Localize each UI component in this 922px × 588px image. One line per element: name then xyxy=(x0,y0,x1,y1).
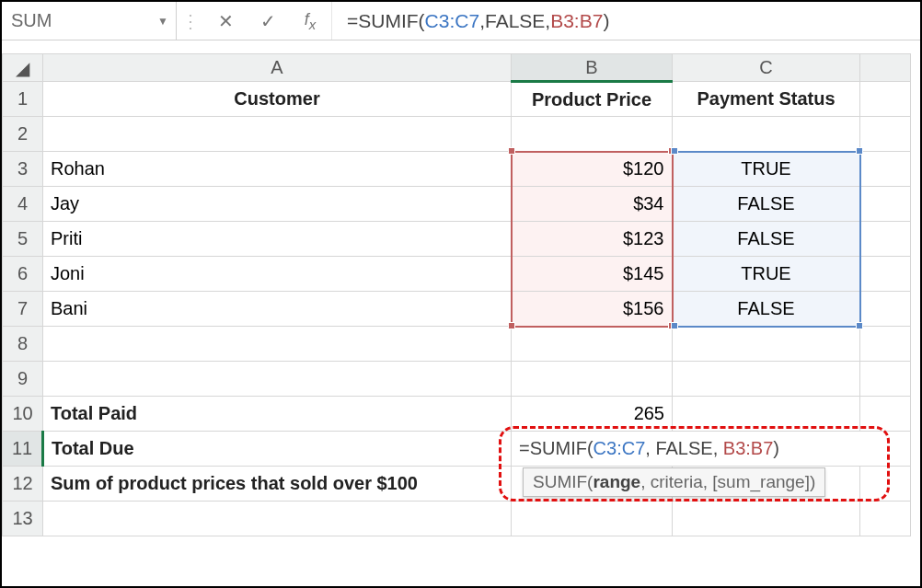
formula-fn: SUMIF xyxy=(358,10,418,32)
tooltip-s1: , xyxy=(640,472,651,491)
col-header-C[interactable]: C xyxy=(673,54,860,82)
row-header-9[interactable]: 9 xyxy=(3,362,43,397)
cancel-icon[interactable]: ✕ xyxy=(204,2,247,40)
cell-A6[interactable]: Joni xyxy=(43,257,512,292)
cell-B7[interactable]: $156 xyxy=(512,292,673,327)
cell-C13[interactable] xyxy=(673,502,860,536)
fx-icon[interactable]: fx xyxy=(289,2,331,40)
cell-B13[interactable] xyxy=(512,502,673,536)
formula-close: ) xyxy=(603,10,609,32)
cell-D6[interactable] xyxy=(860,257,911,292)
cell-D3[interactable] xyxy=(860,152,911,187)
tooltip-sumrange: [sum_range] xyxy=(712,472,810,491)
cell-A12[interactable]: Sum of product prices that sold over $10… xyxy=(43,467,512,502)
formula-eq: = xyxy=(347,10,358,32)
cell-formula-open: ( xyxy=(587,438,594,458)
cell-B2[interactable] xyxy=(512,117,673,152)
row-header-4[interactable]: 4 xyxy=(3,187,43,222)
row-header-3[interactable]: 3 xyxy=(3,152,43,187)
grid[interactable]: ◢ A B C 1 Customer Product Price Payment… xyxy=(2,53,911,536)
cell-D2[interactable] xyxy=(860,117,911,152)
row-header-10[interactable]: 10 xyxy=(3,397,43,432)
cell-C7[interactable]: FALSE xyxy=(673,292,860,327)
range-handle-blue-br[interactable] xyxy=(856,322,863,329)
cell-C9[interactable] xyxy=(673,362,860,397)
formula-bar-separator: ⋮ xyxy=(177,2,204,40)
formula-open: ( xyxy=(419,10,425,32)
cell-B1[interactable]: Product Price xyxy=(512,82,673,117)
range-handle-blue-tl[interactable] xyxy=(671,147,678,155)
cell-A2[interactable] xyxy=(43,117,512,152)
cell-B4[interactable]: $34 xyxy=(512,187,673,222)
cell-C6[interactable]: TRUE xyxy=(673,257,860,292)
cell-A11[interactable]: Total Due xyxy=(43,432,512,467)
range-handle-blue-tr[interactable] xyxy=(856,147,863,155)
name-box-value: SUM xyxy=(11,10,52,31)
chevron-down-icon[interactable]: ▼ xyxy=(157,15,168,28)
range-handle-red-bl[interactable] xyxy=(508,322,515,329)
cell-A9[interactable] xyxy=(43,362,512,397)
cell-formula-sep1: , xyxy=(645,438,655,458)
cell-B11-editing[interactable]: =SUMIF(C3:C7, FALSE, B3:B7) xyxy=(512,432,911,467)
row-header-6[interactable]: 6 xyxy=(3,257,43,292)
range-handle-blue-bl[interactable] xyxy=(671,322,678,329)
row-header-7[interactable]: 7 xyxy=(3,292,43,327)
formula-input[interactable]: =SUMIF(C3:C7, FALSE, B3:B7) xyxy=(331,2,920,40)
cell-A7[interactable]: Bani xyxy=(43,292,512,327)
formula-range2: B3:B7 xyxy=(550,10,603,32)
cell-B6[interactable]: $145 xyxy=(512,257,673,292)
cell-B10[interactable]: 265 xyxy=(512,397,673,432)
name-box[interactable]: SUM ▼ xyxy=(2,2,177,40)
cell-D5[interactable] xyxy=(860,222,911,257)
cell-D12[interactable] xyxy=(860,467,911,502)
cell-formula-range2: B3:B7 xyxy=(723,438,773,458)
row-header-11[interactable]: 11 xyxy=(3,432,43,467)
cell-C1[interactable]: Payment Status xyxy=(673,82,860,117)
tooltip-range: range xyxy=(593,472,640,491)
row-header-1[interactable]: 1 xyxy=(3,82,43,117)
cell-C5[interactable]: FALSE xyxy=(673,222,860,257)
select-all-corner[interactable]: ◢ xyxy=(3,54,43,82)
cell-C8[interactable] xyxy=(673,327,860,362)
range-handle-red-tl[interactable] xyxy=(508,147,515,155)
cell-A8[interactable] xyxy=(43,327,512,362)
cell-formula-criteria: FALSE xyxy=(655,438,712,458)
formula-bar: SUM ▼ ⋮ ✕ ✓ fx =SUMIF(C3:C7, FALSE, B3:B… xyxy=(2,2,920,40)
cell-D13[interactable] xyxy=(860,502,911,536)
cell-formula-range1: C3:C7 xyxy=(594,438,646,458)
cell-D8[interactable] xyxy=(860,327,911,362)
row-header-2[interactable]: 2 xyxy=(3,117,43,152)
cell-D10[interactable] xyxy=(860,397,911,432)
cell-A1[interactable]: Customer xyxy=(43,82,512,117)
cell-A3[interactable]: Rohan xyxy=(43,152,512,187)
cell-D7[interactable] xyxy=(860,292,911,327)
cell-B8[interactable] xyxy=(512,327,673,362)
col-header-B[interactable]: B xyxy=(512,54,673,82)
row-header-5[interactable]: 5 xyxy=(3,222,43,257)
cell-D1[interactable] xyxy=(860,82,911,117)
col-header-A[interactable]: A xyxy=(43,54,512,82)
cell-C2[interactable] xyxy=(673,117,860,152)
tooltip-close: ) xyxy=(810,472,815,491)
cell-D4[interactable] xyxy=(860,187,911,222)
cell-A10[interactable]: Total Paid xyxy=(43,397,512,432)
cell-C10[interactable] xyxy=(673,397,860,432)
cell-formula-eq: = xyxy=(519,438,530,458)
cell-B3[interactable]: $120 xyxy=(512,152,673,187)
cell-formula-fn: SUMIF xyxy=(530,438,587,458)
row-header-8[interactable]: 8 xyxy=(3,327,43,362)
cell-A4[interactable]: Jay xyxy=(43,187,512,222)
cell-C4[interactable]: FALSE xyxy=(673,187,860,222)
formula-tooltip: SUMIF(range, criteria, [sum_range]) xyxy=(523,467,825,497)
cell-B9[interactable] xyxy=(512,362,673,397)
cell-B5[interactable]: $123 xyxy=(512,222,673,257)
cell-C3[interactable]: TRUE xyxy=(673,152,860,187)
row-header-13[interactable]: 13 xyxy=(3,502,43,536)
cell-A5[interactable]: Priti xyxy=(43,222,512,257)
formula-criteria: FALSE xyxy=(485,10,545,32)
row-header-12[interactable]: 12 xyxy=(3,467,43,502)
cell-D9[interactable] xyxy=(860,362,911,397)
col-header-D[interactable] xyxy=(860,54,911,82)
cell-A13[interactable] xyxy=(43,502,512,536)
enter-icon[interactable]: ✓ xyxy=(247,2,289,40)
